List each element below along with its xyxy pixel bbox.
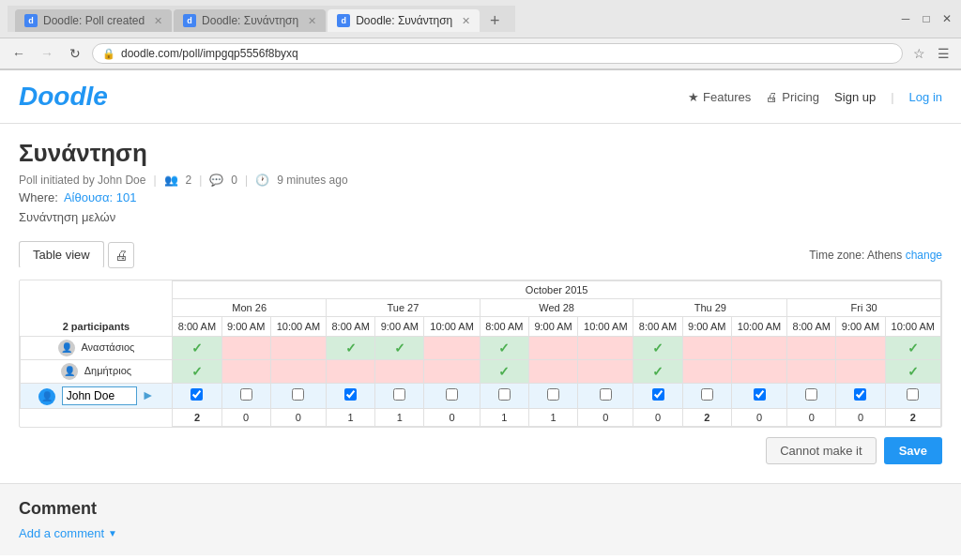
comment-title: Comment (19, 499, 942, 519)
tab-1[interactable]: d Doodle: Poll created ✕ (15, 9, 172, 32)
timezone-change-link[interactable]: change (906, 249, 942, 262)
add-comment-button[interactable]: Add a comment ▼ (19, 526, 942, 540)
cell-2-7: ✓ (480, 359, 528, 383)
new-tab-button[interactable]: + (481, 9, 508, 32)
table-view-tab[interactable]: Table view (19, 241, 104, 268)
participants-count-label: 2 participants (21, 317, 173, 337)
tab-label-1: Doodle: Poll created (43, 14, 145, 27)
cell-3-13[interactable] (787, 383, 836, 408)
where-value[interactable]: Αίθουσα: 101 (64, 190, 137, 204)
table-view-label: Table view (33, 248, 90, 262)
count-3: 0 (270, 408, 326, 426)
logo[interactable]: Doodle (19, 82, 108, 112)
time-8am-5: 8:00 AM (787, 317, 836, 337)
refresh-button[interactable]: ↻ (64, 42, 86, 65)
day-thu29: Thu 29 (633, 299, 787, 317)
checkbox-3-13[interactable] (805, 388, 817, 401)
cell-3-5[interactable] (375, 383, 424, 408)
tab-close-2[interactable]: ✕ (308, 15, 316, 27)
poll-where: Where: Αίθουσα: 101 (19, 190, 942, 204)
checkmark-1-15: ✓ (908, 341, 919, 356)
checkbox-3-8[interactable] (547, 388, 559, 401)
cell-3-6[interactable] (424, 383, 480, 408)
forward-button[interactable]: → (36, 42, 58, 65)
where-label: Where: (19, 190, 58, 204)
cell-1-1: ✓ (173, 336, 221, 359)
poll-table-wrapper: October 2015 Mon 26 Tue 27 Wed 28 Thu 29… (19, 280, 942, 428)
checkbox-3-14[interactable] (854, 388, 866, 401)
checkbox-3-2[interactable] (240, 388, 252, 401)
participant-name-text-2: Δημήτριος (84, 364, 131, 375)
checkbox-3-6[interactable] (446, 388, 458, 401)
cell-2-3 (270, 359, 326, 383)
close-button[interactable]: ✕ (940, 12, 953, 25)
cell-3-8[interactable] (528, 383, 577, 408)
signup-button[interactable]: Sign up (834, 90, 876, 104)
maximize-button[interactable]: □ (920, 12, 933, 25)
url-bar[interactable]: 🔒 doodle.com/poll/impgqp5556f8byxq (92, 43, 903, 64)
participant-name-text-1: Αναστάσιος (81, 341, 134, 352)
print-icon: 🖨 (114, 248, 128, 263)
cell-3-4[interactable] (327, 383, 375, 408)
pricing-label: Pricing (782, 90, 819, 104)
participant-name-input[interactable] (62, 386, 137, 405)
count-spacer (21, 408, 173, 426)
features-nav-item[interactable]: ★ Features (688, 90, 751, 104)
checkbox-3-7[interactable] (498, 388, 511, 401)
minimize-button[interactable]: ─ (899, 12, 912, 25)
cell-1-9 (578, 336, 633, 359)
cell-3-1[interactable] (173, 383, 221, 408)
cell-3-2[interactable] (221, 383, 270, 408)
tab-close-3[interactable]: ✕ (462, 15, 470, 27)
month-row: October 2015 (21, 281, 941, 299)
cell-2-6 (424, 359, 480, 383)
cell-2-1: ✓ (173, 359, 221, 383)
cannot-make-it-button[interactable]: Cannot make it (766, 437, 876, 464)
checkbox-3-3[interactable] (292, 388, 304, 401)
checkbox-3-5[interactable] (393, 388, 405, 401)
cell-2-2 (221, 359, 270, 383)
checkbox-3-4[interactable] (344, 388, 357, 401)
print-button[interactable]: 🖨 (108, 242, 134, 268)
tab-2[interactable]: d Doodle: Συνάντηση ✕ (174, 9, 326, 32)
tab-close-1[interactable]: ✕ (154, 15, 162, 27)
time-9am-1: 9:00 AM (221, 317, 270, 337)
pricing-icon: 🖨 (766, 90, 778, 104)
tab-3[interactable]: d Doodle: Συνάντηση ✕ (328, 9, 480, 32)
cell-1-4: ✓ (327, 336, 375, 359)
time-9am-4: 9:00 AM (682, 317, 731, 337)
cell-3-12[interactable] (731, 383, 786, 408)
time-10am-5: 10:00 AM (885, 317, 940, 337)
checkbox-3-1[interactable] (191, 388, 203, 401)
checkbox-3-12[interactable] (754, 388, 766, 401)
save-button[interactable]: Save (884, 437, 942, 464)
view-tabs: Table view 🖨 Time zone: Athens change (19, 241, 942, 268)
cell-3-14[interactable] (836, 383, 885, 408)
meta-sep-1: | (153, 174, 156, 187)
cell-3-15[interactable] (885, 383, 940, 408)
tab-label-2: Doodle: Συνάντηση (202, 14, 298, 27)
url-lock-icon: 🔒 (102, 48, 115, 60)
count-10: 0 (633, 408, 682, 426)
cell-3-11[interactable] (682, 383, 731, 408)
checkbox-3-10[interactable] (652, 388, 664, 401)
page-content: Doodle ★ Features 🖨 Pricing Sign up | Lo… (0, 70, 961, 555)
pricing-nav-item[interactable]: 🖨 Pricing (766, 90, 819, 104)
cell-3-10[interactable] (633, 383, 682, 408)
arrow-right-icon: ► (142, 387, 155, 402)
avatar-3: 👤 (38, 388, 55, 405)
login-button[interactable]: Log in (909, 90, 942, 104)
checkbox-3-15[interactable] (907, 388, 919, 401)
checkbox-3-9[interactable] (600, 388, 612, 401)
cell-3-9[interactable] (578, 383, 633, 408)
cell-3-3[interactable] (270, 383, 326, 408)
menu-button[interactable]: ☰ (933, 43, 953, 64)
back-button[interactable]: ← (8, 42, 30, 65)
star-button[interactable]: ☆ (908, 43, 929, 64)
cell-3-7[interactable] (480, 383, 528, 408)
browser-actions: ☆ ☰ (908, 43, 953, 64)
checkbox-3-11[interactable] (701, 388, 713, 401)
tab-favicon-1: d (24, 14, 38, 27)
cell-1-7: ✓ (480, 336, 528, 359)
cell-1-8 (528, 336, 577, 359)
